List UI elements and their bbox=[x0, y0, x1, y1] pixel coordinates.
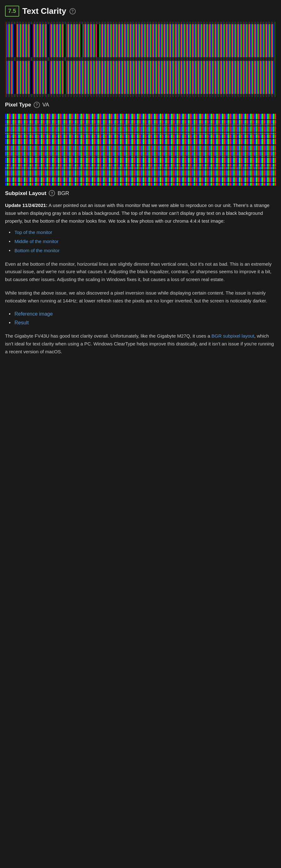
paragraph-3-text-1: The Gigabyte FV43U has good text clarity… bbox=[5, 333, 212, 339]
svg-rect-57 bbox=[5, 178, 276, 186]
links-list-2: Reference image Result bbox=[9, 310, 276, 327]
svg-rect-38 bbox=[47, 61, 49, 94]
paragraph-2: While testing the above issue, we also d… bbox=[5, 289, 276, 305]
list-item: Top of the monitor bbox=[9, 228, 276, 237]
update-section: Update 11/24/2021: A user pointed out an… bbox=[5, 202, 276, 255]
links-list-1: Top of the monitor Middle of the monitor… bbox=[9, 228, 276, 254]
svg-rect-51 bbox=[5, 113, 276, 124]
reference-image-link[interactable]: Reference image bbox=[15, 311, 53, 316]
svg-rect-36 bbox=[13, 61, 16, 94]
subpixel-layout-help-icon[interactable]: ? bbox=[49, 190, 55, 196]
svg-rect-35 bbox=[7, 61, 274, 94]
list-item: Middle of the monitor bbox=[9, 238, 276, 246]
list-item: Bottom of the monitor bbox=[9, 247, 276, 255]
subpixel-svg bbox=[5, 113, 276, 186]
paragraph-1: Even at the bottom of the monitor, horiz… bbox=[5, 260, 276, 284]
list-item: Result bbox=[9, 319, 276, 327]
svg-rect-56 bbox=[5, 167, 276, 177]
subpixel-image bbox=[5, 113, 276, 186]
update-date-bold: Update 11/24/2021: bbox=[5, 203, 48, 208]
pixel-type-label: Pixel Type bbox=[5, 101, 31, 109]
svg-rect-55 bbox=[5, 156, 276, 166]
text-clarity-image bbox=[5, 22, 276, 97]
bgr-subpixel-link[interactable]: BGR subpixel layout bbox=[212, 333, 254, 339]
middle-monitor-link[interactable]: Middle of the monitor bbox=[15, 239, 58, 244]
score-badge: 7.5 bbox=[5, 6, 19, 17]
svg-rect-30 bbox=[30, 24, 33, 57]
pixel-type-value: VA bbox=[43, 101, 49, 109]
svg-rect-34 bbox=[97, 24, 99, 57]
list-item: Reference image bbox=[9, 310, 276, 318]
page-header: 7.5 Text Clarity ? bbox=[5, 5, 276, 17]
update-paragraph: Update 11/24/2021: A user pointed out an… bbox=[5, 202, 276, 225]
text-clarity-svg bbox=[5, 22, 276, 97]
svg-rect-39 bbox=[63, 61, 66, 94]
top-monitor-link[interactable]: Top of the monitor bbox=[15, 229, 52, 235]
svg-rect-52 bbox=[5, 124, 276, 134]
svg-rect-32 bbox=[63, 24, 66, 57]
svg-rect-54 bbox=[5, 146, 276, 156]
svg-rect-31 bbox=[47, 24, 49, 57]
result-link[interactable]: Result bbox=[15, 320, 29, 326]
page-title: Text Clarity bbox=[22, 5, 66, 17]
svg-rect-28 bbox=[7, 24, 274, 57]
title-help-icon[interactable]: ? bbox=[69, 8, 76, 14]
bottom-monitor-link[interactable]: Bottom of the monitor bbox=[15, 248, 59, 253]
svg-rect-37 bbox=[30, 61, 33, 94]
svg-rect-33 bbox=[80, 24, 83, 57]
subpixel-layout-row: Subpixel Layout ? BGR bbox=[5, 189, 276, 197]
subpixel-layout-label: Subpixel Layout bbox=[5, 189, 46, 197]
pixel-type-row: Pixel Type ? VA bbox=[5, 101, 276, 109]
paragraph-3: The Gigabyte FV43U has good text clarity… bbox=[5, 332, 276, 355]
pixel-type-help-icon[interactable]: ? bbox=[34, 102, 40, 108]
svg-rect-53 bbox=[5, 135, 276, 145]
subpixel-layout-value: BGR bbox=[58, 189, 69, 197]
svg-rect-29 bbox=[13, 24, 16, 57]
